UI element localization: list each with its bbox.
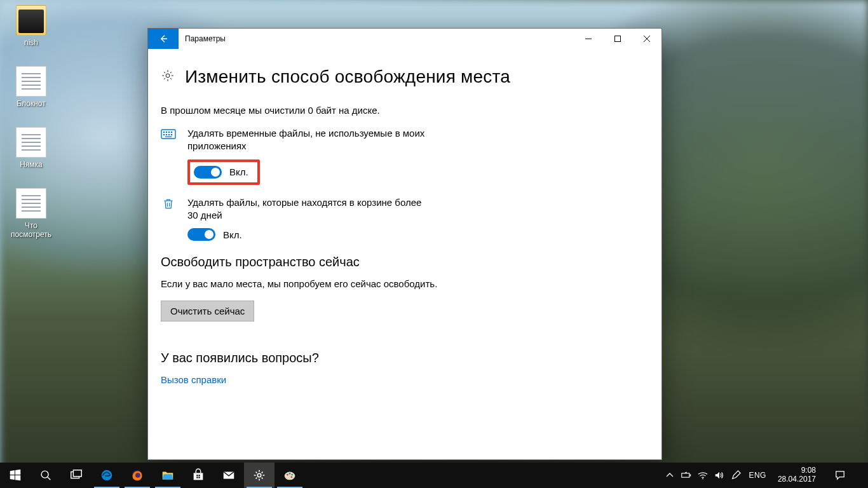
window-title: Параметры xyxy=(185,34,226,43)
folder-icon xyxy=(16,5,46,36)
svg-point-27 xyxy=(291,474,293,476)
taskbar-app-explorer[interactable] xyxy=(153,463,183,488)
wifi-icon xyxy=(698,470,708,480)
setting-temp-files: Удалять временные файлы, не используемые… xyxy=(161,127,649,185)
svg-point-17 xyxy=(135,473,140,478)
clock[interactable]: 9:08 28.04.2017 xyxy=(774,466,820,484)
settings-window: Параметры Изменить способ освобождения м… xyxy=(147,28,662,460)
window-content: Изменить способ освобождения места В про… xyxy=(148,49,661,398)
toggle-switch-on-icon xyxy=(194,166,222,179)
svg-rect-18 xyxy=(196,475,198,476)
help-heading: У вас появились вопросы? xyxy=(161,351,649,365)
battery-icon xyxy=(681,470,691,480)
clock-time: 9:08 xyxy=(778,466,816,475)
help-link[interactable]: Вызов справки xyxy=(161,374,649,385)
last-cleaned-text: В прошлом месяце мы очистили 0 байт на д… xyxy=(161,105,649,116)
svg-rect-21 xyxy=(198,477,200,478)
annotation-highlight: Вкл. xyxy=(187,159,260,185)
taskbar-app-edge[interactable] xyxy=(92,463,122,488)
desktop-icon-text[interactable]: Блокнот xyxy=(6,66,56,108)
notification-icon xyxy=(835,470,845,480)
language-indicator[interactable]: ENG xyxy=(749,471,766,480)
taskbar-app-settings[interactable] xyxy=(244,463,275,488)
pen-icon xyxy=(731,470,741,480)
svg-point-9 xyxy=(168,134,169,135)
firefox-icon xyxy=(130,468,144,482)
volume-icon xyxy=(714,470,724,480)
toggle-recycle-bin[interactable]: Вкл. xyxy=(187,228,429,241)
svg-rect-11 xyxy=(165,137,172,137)
svg-point-1 xyxy=(166,74,170,78)
page-title: Изменить способ освобождения места xyxy=(185,67,510,87)
svg-point-3 xyxy=(163,132,164,132)
maximize-button[interactable] xyxy=(603,29,632,49)
desktop-icon-label: Нямка xyxy=(6,160,56,169)
close-icon xyxy=(644,36,650,42)
gear-icon xyxy=(161,69,175,85)
system-tray[interactable] xyxy=(665,470,741,480)
setting-description: Удалять временные файлы, не используемые… xyxy=(187,127,429,153)
close-button[interactable] xyxy=(632,29,661,49)
windows-logo-icon xyxy=(8,468,22,482)
free-space-text: Если у вас мало места, мы попробуем его … xyxy=(161,278,649,289)
svg-point-31 xyxy=(703,478,704,479)
clean-now-button[interactable]: Очистить сейчас xyxy=(161,301,254,322)
svg-point-23 xyxy=(257,473,261,477)
window-controls xyxy=(574,29,661,49)
minimize-button[interactable] xyxy=(574,29,603,49)
action-center-button[interactable] xyxy=(827,470,853,480)
keyboard-icon xyxy=(161,128,176,144)
taskbar-app-paint[interactable] xyxy=(275,463,305,488)
svg-point-8 xyxy=(166,134,166,135)
titlebar[interactable]: Параметры xyxy=(148,29,661,49)
taskbar-app-store[interactable] xyxy=(183,463,214,488)
free-space-heading: Освободить пространство сейчас xyxy=(161,255,649,269)
textfile-icon xyxy=(16,66,46,97)
svg-point-26 xyxy=(289,473,291,475)
page-header: Изменить способ освобождения места xyxy=(161,67,649,87)
svg-rect-0 xyxy=(615,36,621,42)
svg-point-25 xyxy=(287,474,288,476)
toggle-temp-files[interactable]: Вкл. xyxy=(194,166,248,179)
back-button[interactable] xyxy=(148,29,179,49)
svg-point-28 xyxy=(290,476,292,478)
toggle-label: Вкл. xyxy=(223,229,242,240)
svg-point-6 xyxy=(171,132,172,132)
gear-icon xyxy=(252,468,266,482)
clock-date: 28.04.2017 xyxy=(778,475,816,484)
desktop-icon-label: Блокнот xyxy=(6,99,56,108)
taskbar-left xyxy=(0,463,305,488)
taskbar-search[interactable] xyxy=(31,463,61,488)
maximize-icon xyxy=(614,36,621,42)
edge-icon xyxy=(100,468,114,482)
svg-rect-20 xyxy=(196,477,198,478)
mail-icon xyxy=(222,468,236,482)
arrow-left-icon xyxy=(158,34,168,44)
svg-point-12 xyxy=(41,471,48,478)
desktop-icon-text[interactable]: Что посмотреть xyxy=(6,188,56,239)
textfile-icon xyxy=(16,188,46,219)
svg-point-7 xyxy=(163,134,164,135)
desktop-icon-text[interactable]: Нямка xyxy=(6,127,56,169)
chevron-up-icon xyxy=(665,470,675,480)
store-icon xyxy=(191,468,205,482)
start-button[interactable] xyxy=(0,463,31,488)
textfile-icon xyxy=(16,127,46,158)
paint-icon xyxy=(283,468,297,482)
toggle-switch-on-icon xyxy=(187,228,215,241)
taskbar-app-firefox[interactable] xyxy=(122,463,153,488)
svg-point-10 xyxy=(171,134,172,135)
taskbar: ENG 9:08 28.04.2017 xyxy=(0,463,868,488)
desktop-icon-folder[interactable]: nish xyxy=(6,5,56,47)
taskview-icon xyxy=(69,468,83,482)
taskbar-app-mail[interactable] xyxy=(214,463,244,488)
desktop-icon-label: nish xyxy=(6,38,56,47)
toggle-label: Вкл. xyxy=(229,166,248,177)
taskbar-taskview[interactable] xyxy=(61,463,92,488)
taskbar-right: ENG 9:08 28.04.2017 xyxy=(658,463,868,488)
search-icon xyxy=(39,468,53,482)
setting-description: Удалять файлы, которые находятся в корзи… xyxy=(187,196,429,222)
svg-rect-14 xyxy=(73,470,81,477)
svg-rect-19 xyxy=(198,475,200,476)
svg-point-4 xyxy=(166,132,166,132)
